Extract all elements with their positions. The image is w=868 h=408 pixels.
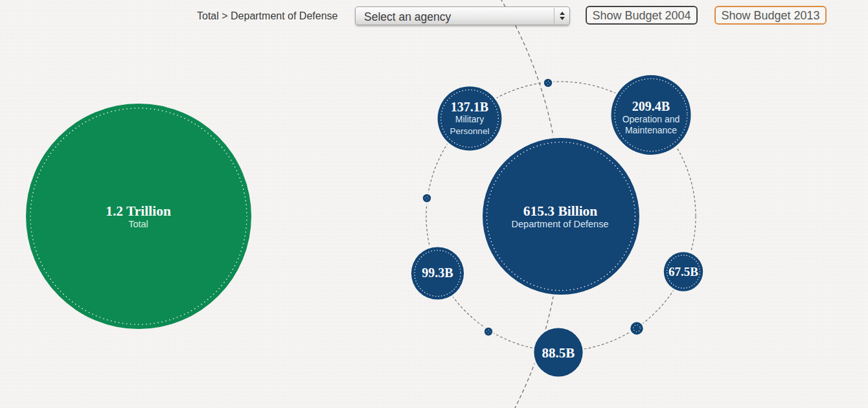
svg-text:Total: Total	[128, 219, 148, 229]
svg-text:615.3 Billion: 615.3 Billion	[523, 203, 598, 219]
svg-text:Operation and: Operation and	[622, 114, 680, 124]
svg-text:99.3B: 99.3B	[422, 266, 453, 280]
svg-text:67.5B: 67.5B	[668, 265, 698, 278]
svg-text:Personnel: Personnel	[450, 126, 490, 136]
svg-text:1.2 Trillion: 1.2 Trillion	[106, 203, 171, 219]
svg-text:Military: Military	[455, 114, 484, 124]
svg-text:Department of Defense: Department of Defense	[512, 219, 609, 229]
svg-text:88.5B: 88.5B	[542, 345, 575, 361]
svg-text:209.4B: 209.4B	[632, 99, 670, 113]
svg-text:Maintenance: Maintenance	[625, 125, 677, 135]
svg-text:137.1B: 137.1B	[451, 100, 488, 114]
